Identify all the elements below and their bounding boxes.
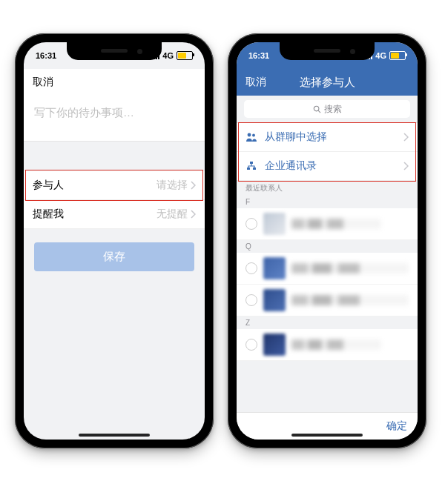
index-letter: F xyxy=(237,196,418,208)
org-icon xyxy=(245,161,259,171)
screen-left: 16:31 4G 取消 写下你的待办事项… 参与人 请选择 xyxy=(24,42,205,440)
confirm-button[interactable]: 确定 xyxy=(386,420,407,433)
participant-row[interactable]: 参与人 请选择 xyxy=(24,171,205,200)
search-icon xyxy=(313,105,321,113)
content-left: 写下你的待办事项… 参与人 请选择 提醒我 无提醒 保存 xyxy=(24,96,205,440)
svg-point-3 xyxy=(252,134,255,137)
option-contacts-label: 企业通讯录 xyxy=(265,159,403,173)
svg-point-0 xyxy=(314,106,319,111)
group-icon xyxy=(245,132,259,142)
chevron-right-icon xyxy=(191,181,196,190)
status-time: 16:31 xyxy=(36,51,56,60)
option-enterprise-contacts[interactable]: 企业通讯录 xyxy=(237,152,418,181)
status-time: 16:31 xyxy=(248,51,269,60)
option-group-label: 从群聊中选择 xyxy=(265,130,403,144)
notch xyxy=(67,42,162,60)
index-letter: Q xyxy=(237,240,418,253)
nav-bar: 取消 选择参与人 xyxy=(237,69,418,96)
radio-unchecked[interactable] xyxy=(245,339,257,351)
chevron-right-icon xyxy=(191,210,196,219)
participant-label: 参与人 xyxy=(33,179,64,192)
contact-row[interactable] xyxy=(237,329,418,361)
radio-unchecked[interactable] xyxy=(245,218,257,230)
avatar xyxy=(263,334,286,356)
recent-header: 最近联系人 xyxy=(237,181,418,196)
remind-label: 提醒我 xyxy=(33,208,64,221)
chevron-right-icon xyxy=(403,162,409,170)
cancel-button[interactable]: 取消 xyxy=(245,76,266,89)
todo-input[interactable]: 写下你的待办事项… xyxy=(24,96,205,142)
phone-mockup-right: 16:31 4G 取消 选择参与人 搜索 xyxy=(228,33,426,448)
home-indicator xyxy=(79,434,150,437)
svg-rect-5 xyxy=(247,168,250,170)
spacer xyxy=(24,142,205,171)
avatar xyxy=(263,289,286,311)
nav-bar: 取消 xyxy=(24,69,205,96)
contact-name-blurred xyxy=(291,339,381,350)
save-button[interactable]: 保存 xyxy=(34,242,194,271)
svg-point-2 xyxy=(248,133,251,137)
contact-name-blurred xyxy=(291,295,409,305)
contact-row[interactable] xyxy=(237,285,418,316)
participant-value: 请选择 xyxy=(64,179,191,192)
remind-value: 无提醒 xyxy=(64,208,191,221)
avatar xyxy=(263,213,286,235)
chevron-right-icon xyxy=(403,133,409,142)
phone-mockup-left: 16:31 4G 取消 写下你的待办事项… 参与人 请选择 xyxy=(15,33,214,448)
search-input[interactable]: 搜索 xyxy=(244,100,410,118)
network-label: 4G xyxy=(162,51,174,60)
contact-row[interactable] xyxy=(237,208,418,240)
index-letter: Z xyxy=(237,316,418,329)
avatar xyxy=(263,257,286,279)
radio-unchecked[interactable] xyxy=(245,262,257,274)
screen-right: 16:31 4G 取消 选择参与人 搜索 xyxy=(237,42,418,440)
svg-rect-4 xyxy=(250,162,253,164)
todo-placeholder: 写下你的待办事项… xyxy=(34,106,134,119)
svg-line-1 xyxy=(318,110,320,113)
cancel-button[interactable]: 取消 xyxy=(33,76,53,89)
contact-row[interactable] xyxy=(237,253,418,285)
search-placeholder: 搜索 xyxy=(324,103,342,116)
option-group-chat[interactable]: 从群聊中选择 xyxy=(237,123,418,152)
contact-name-blurred xyxy=(291,219,381,229)
battery-icon xyxy=(177,51,193,60)
radio-unchecked[interactable] xyxy=(245,294,257,306)
nav-title: 选择参与人 xyxy=(300,76,355,90)
notch xyxy=(280,42,375,60)
content-right: 搜索 从群聊中选择 企业通讯录 最近联系人 xyxy=(237,96,418,413)
home-indicator xyxy=(291,434,363,437)
battery-icon xyxy=(389,51,406,60)
contact-name-blurred xyxy=(291,263,409,273)
svg-rect-6 xyxy=(253,168,256,170)
search-bar: 搜索 xyxy=(237,96,418,123)
network-label: 4G xyxy=(375,51,386,60)
remind-row[interactable]: 提醒我 无提醒 xyxy=(24,200,205,229)
